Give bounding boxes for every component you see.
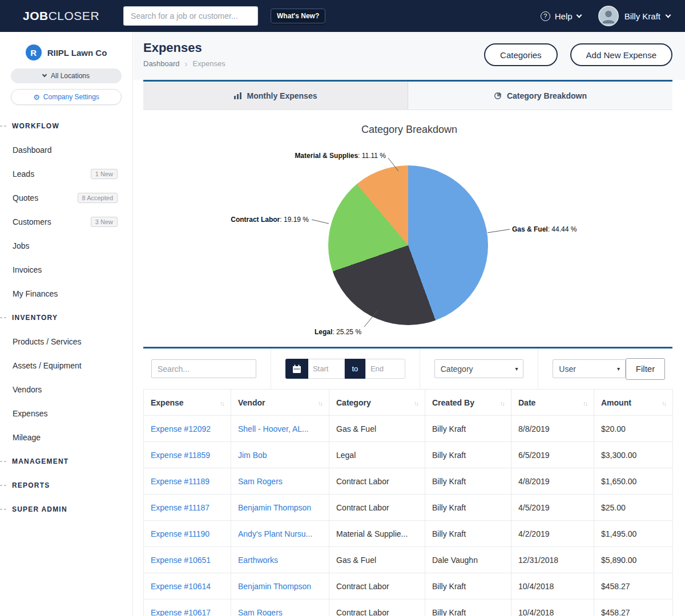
sidebar-section-inventory[interactable]: INVENTORY bbox=[0, 306, 132, 330]
column-header-expense[interactable]: ↑↓Expense bbox=[144, 390, 231, 416]
divider bbox=[420, 348, 420, 389]
sidebar-item-my-finances[interactable]: My Finances bbox=[0, 282, 132, 306]
gear-icon: ⚙ bbox=[33, 94, 40, 101]
chevron-down-icon bbox=[666, 12, 671, 18]
table-row: Expense #11859Jim BobLegalBilly Kraft6/5… bbox=[144, 442, 673, 468]
column-header-created-by[interactable]: ↑↓Created By bbox=[425, 390, 511, 416]
pie-label-material-supplies: Material & Supplies: 11.11 % bbox=[295, 152, 386, 160]
expense-link[interactable]: Expense #11859 bbox=[151, 451, 210, 460]
end-date-input[interactable] bbox=[365, 359, 405, 379]
cell-created-by: Billy Kraft bbox=[425, 416, 511, 442]
expense-link[interactable]: Expense #11187 bbox=[151, 503, 209, 512]
sidebar-item-dashboard[interactable]: Dashboard bbox=[0, 138, 132, 162]
category-select[interactable]: Category ▾ bbox=[434, 359, 524, 378]
sidebar-section-super-admin[interactable]: SUPER ADMIN bbox=[0, 497, 132, 521]
sidebar-item-jobs[interactable]: Jobs bbox=[0, 234, 132, 258]
sidebar: R RIIPL Lawn Co All Locations ⚙ Company … bbox=[0, 32, 133, 616]
vendor-link[interactable]: Benjamin Thompson bbox=[238, 503, 311, 512]
vendor-link[interactable]: Earthworks bbox=[238, 556, 278, 565]
help-menu[interactable]: ? Help bbox=[541, 11, 581, 21]
vendor-link[interactable]: Benjamin Thompson bbox=[238, 582, 311, 591]
column-header-date[interactable]: ↑↓Date bbox=[511, 390, 594, 416]
start-date-input[interactable] bbox=[308, 359, 345, 379]
cell-expense: Expense #10617 bbox=[144, 599, 231, 616]
whats-new-button[interactable]: What's New? bbox=[271, 9, 325, 23]
table-row: Expense #11187Benjamin ThompsonContract … bbox=[144, 495, 673, 521]
calendar-icon bbox=[292, 364, 301, 374]
table-search-input[interactable] bbox=[151, 359, 256, 378]
company-header: R RIIPL Lawn Co bbox=[0, 32, 132, 68]
caret-down-icon: ▾ bbox=[515, 366, 518, 372]
filter-button[interactable]: Filter bbox=[626, 358, 665, 380]
tab-category-breakdown[interactable]: Category Breakdown bbox=[408, 82, 672, 110]
sidebar-section-workflow[interactable]: WORKFLOW bbox=[0, 114, 132, 138]
user-menu[interactable]: Billy Kraft bbox=[598, 6, 670, 26]
navbar-search-input[interactable] bbox=[123, 6, 258, 26]
chart-panel: Category Breakdown Material & Supplies: … bbox=[134, 110, 685, 347]
sidebar-nav: WORKFLOWDashboardLeads1 NewQuotes8 Accep… bbox=[0, 114, 132, 521]
cell-amount: $1,495.00 bbox=[594, 521, 673, 547]
count-badge: 8 Accepted bbox=[78, 193, 118, 203]
user-select[interactable]: User ▾ bbox=[553, 359, 626, 378]
cell-date: 4/8/2019 bbox=[511, 468, 594, 495]
navbar-right: ? Help Billy Kraft bbox=[541, 6, 670, 26]
sidebar-item-assets-equipment[interactable]: Assets / Equipment bbox=[0, 354, 132, 378]
tab-monthly-expenses[interactable]: Monthly Expenses bbox=[143, 82, 408, 110]
table-row: Expense #12092Shell - Hoover, AL...Gas &… bbox=[144, 416, 673, 442]
pie-label-gas-fuel: Gas & Fuel: 44.44 % bbox=[512, 225, 577, 233]
expense-link[interactable]: Expense #10614 bbox=[151, 582, 211, 591]
cell-created-by: Billy Kraft bbox=[425, 573, 511, 599]
locations-dropdown[interactable]: All Locations bbox=[11, 68, 122, 83]
vendor-link[interactable]: Jim Bob bbox=[238, 451, 267, 460]
cell-category: Legal bbox=[329, 442, 425, 468]
expense-link[interactable]: Expense #11189 bbox=[151, 477, 209, 486]
cell-category: Contract Labor bbox=[329, 599, 425, 616]
cell-date: 10/4/2018 bbox=[511, 573, 594, 599]
sidebar-item-expenses[interactable]: Expenses bbox=[0, 402, 132, 425]
vendor-link[interactable]: Sam Rogers bbox=[238, 608, 283, 616]
sidebar-section-reports[interactable]: REPORTS bbox=[0, 473, 132, 497]
expense-link[interactable]: Expense #10651 bbox=[151, 556, 211, 565]
cell-created-by: Billy Kraft bbox=[425, 521, 511, 547]
vendor-link[interactable]: Shell - Hoover, AL... bbox=[238, 424, 309, 433]
add-new-expense-button[interactable]: Add New Expense bbox=[570, 43, 672, 66]
count-badge: 3 New bbox=[91, 217, 118, 227]
sidebar-item-invoices[interactable]: Invoices bbox=[0, 258, 132, 282]
breadcrumb-dashboard[interactable]: Dashboard bbox=[143, 59, 180, 68]
sidebar-item-vendors[interactable]: Vendors bbox=[0, 378, 132, 402]
calendar-button[interactable] bbox=[285, 359, 308, 379]
table-row: Expense #11190Andy's Plant Nursu...Mater… bbox=[144, 521, 673, 547]
count-badge: 1 New bbox=[91, 169, 118, 179]
cell-date: 12/31/2018 bbox=[511, 547, 594, 573]
expense-link[interactable]: Expense #12092 bbox=[151, 424, 211, 433]
sidebar-item-customers[interactable]: Customers3 New bbox=[0, 210, 132, 234]
cell-date: 8/8/2019 bbox=[511, 416, 594, 442]
company-settings-button[interactable]: ⚙ Company Settings bbox=[11, 89, 122, 105]
expense-link[interactable]: Expense #10617 bbox=[151, 608, 211, 616]
sidebar-item-quotes[interactable]: Quotes8 Accepted bbox=[0, 186, 132, 210]
pie-label-legal: Legal: 25.25 % bbox=[315, 328, 361, 336]
app-logo[interactable]: JOBCLOSER bbox=[23, 9, 99, 23]
sidebar-section-management[interactable]: MANAGEMENT bbox=[0, 449, 132, 473]
pie-chart[interactable] bbox=[328, 165, 488, 325]
sidebar-item-products-services[interactable]: Products / Services bbox=[0, 330, 132, 354]
logo-text-light: CLOSER bbox=[49, 9, 99, 22]
cell-category: Gas & Fuel bbox=[329, 416, 425, 442]
column-header-vendor[interactable]: ↑↓Vendor bbox=[231, 390, 329, 416]
cell-amount: $3,300.00 bbox=[594, 442, 673, 468]
sidebar-item-mileage[interactable]: Mileage bbox=[0, 425, 132, 449]
vendor-link[interactable]: Sam Rogers bbox=[238, 477, 283, 486]
sidebar-item-leads[interactable]: Leads1 New bbox=[0, 162, 132, 186]
date-range-picker: to bbox=[285, 359, 405, 379]
cell-expense: Expense #11187 bbox=[144, 495, 231, 521]
top-navbar: JOBCLOSER What's New? ? Help Billy Kraft bbox=[0, 0, 685, 32]
column-header-category[interactable]: ↑↓Category bbox=[329, 390, 425, 416]
divider bbox=[271, 348, 271, 389]
cell-amount: $20.00 bbox=[594, 416, 673, 442]
categories-button[interactable]: Categories bbox=[484, 43, 558, 66]
vendor-link[interactable]: Andy's Plant Nursu... bbox=[238, 529, 312, 538]
expense-link[interactable]: Expense #11190 bbox=[151, 529, 209, 538]
filter-bar: to Category ▾ User ▾ Filter bbox=[143, 348, 672, 389]
column-header-amount[interactable]: ↑↓Amount bbox=[594, 390, 673, 416]
cell-created-by: Dale Vaughn bbox=[425, 547, 511, 573]
